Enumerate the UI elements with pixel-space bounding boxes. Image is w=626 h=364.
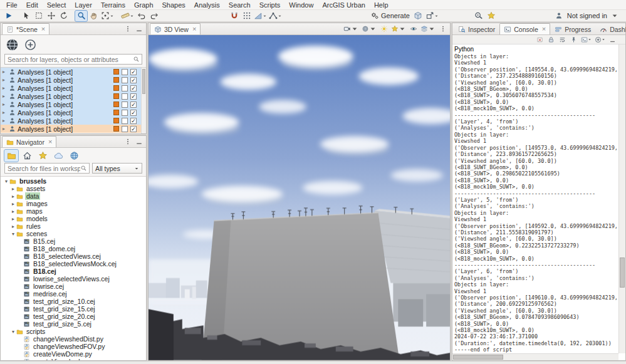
scrollbar-thumb[interactable] xyxy=(453,355,503,360)
layer-color-swatch[interactable] xyxy=(113,85,119,91)
pin-console-icon[interactable] xyxy=(569,36,578,44)
menu-graph[interactable]: Graph xyxy=(130,0,158,10)
add-layer-button[interactable] xyxy=(24,38,37,51)
tree-item-brussels[interactable]: ▾brussels xyxy=(1,177,146,185)
scene-list-scrollbar[interactable] xyxy=(141,68,146,133)
console-vertical-scrollbar[interactable] xyxy=(618,44,625,353)
3d-viewport[interactable] xyxy=(149,35,450,360)
align-terrain-icon[interactable] xyxy=(253,11,268,21)
tree-expand-arrow-icon[interactable]: ▸ xyxy=(10,201,16,207)
environment-sun-icon[interactable] xyxy=(379,24,389,33)
tree-expand-arrow-icon[interactable]: ▾ xyxy=(10,329,16,335)
generate-button[interactable]: Generate xyxy=(370,11,412,21)
close-tab-icon[interactable]: × xyxy=(48,138,52,145)
scrollbar-thumb[interactable] xyxy=(620,257,625,288)
tree-expand-arrow-icon[interactable]: ▾ xyxy=(3,179,9,184)
tab-navigator[interactable]: Navigator × xyxy=(2,136,56,147)
layer-visible-checkbox[interactable]: ✓ xyxy=(130,69,137,75)
layer-checkbox[interactable] xyxy=(122,85,128,91)
expand-arrow-icon[interactable]: ▸ xyxy=(3,100,9,108)
tree-item-test-grid-size-10-cej[interactable]: test_grid_size_10.cej xyxy=(1,298,146,305)
tree-expand-arrow-icon[interactable]: ▸ xyxy=(10,216,16,222)
menu-help[interactable]: Help xyxy=(370,0,393,10)
layer-checkbox[interactable] xyxy=(122,118,128,124)
measure-distance-icon[interactable] xyxy=(473,11,485,21)
scene-layer-row[interactable]: ▸Analyses [1 object]✓ xyxy=(1,92,146,100)
expand-arrow-icon[interactable]: ▸ xyxy=(3,125,9,133)
select-arrow-icon[interactable] xyxy=(20,11,32,21)
shading-icon[interactable] xyxy=(361,24,377,33)
tree-item-models[interactable]: ▸models xyxy=(1,215,146,222)
scene-layer-row[interactable]: ▸Analyses [1 object]✓ xyxy=(1,125,146,133)
tree-item-scripts[interactable]: ▾scripts xyxy=(1,328,146,335)
signin-dropdown[interactable]: Not signed in xyxy=(553,11,621,21)
grid-snap-icon[interactable] xyxy=(241,11,253,21)
tree-item-rules[interactable]: ▸rules xyxy=(1,222,146,230)
scene-options-button[interactable] xyxy=(6,38,19,51)
tab-inspector[interactable]: Inspector xyxy=(454,23,499,34)
layer-checkbox[interactable] xyxy=(122,69,128,75)
menu-select[interactable]: Select xyxy=(43,0,71,10)
tree-expand-arrow-icon[interactable]: ▸ xyxy=(10,224,16,229)
layer-visible-checkbox[interactable]: ✓ xyxy=(130,77,137,83)
frame-view-icon[interactable] xyxy=(100,11,115,21)
layer-checkbox[interactable] xyxy=(122,77,128,83)
display-console-icon[interactable] xyxy=(580,36,592,44)
edges-icon[interactable] xyxy=(268,11,283,21)
open-console-icon[interactable] xyxy=(594,36,606,44)
layer-color-swatch[interactable] xyxy=(113,93,119,99)
tree-item-test-grid-size-20-cej[interactable]: test_grid_size_20.cej xyxy=(1,313,146,320)
menu-file[interactable]: File xyxy=(2,0,22,10)
rotate-tool-icon[interactable] xyxy=(58,11,70,21)
snap-icon[interactable] xyxy=(228,11,240,21)
layer-visible-checkbox[interactable]: ✓ xyxy=(130,101,137,108)
layer-color-swatch[interactable] xyxy=(113,69,119,75)
isolate-eye-icon[interactable] xyxy=(409,24,418,33)
menu-window[interactable]: Window xyxy=(284,0,318,10)
scene-layer-row[interactable]: ▸Analyses [1 object]✓ xyxy=(1,68,146,76)
bookmark-icon[interactable] xyxy=(486,11,498,21)
clear-console-icon[interactable] xyxy=(535,36,545,44)
console-horizontal-scrollbar[interactable] xyxy=(452,353,618,360)
layer-visible-checkbox[interactable]: ✓ xyxy=(130,126,137,132)
scroll-lock-icon[interactable] xyxy=(546,36,556,44)
tree-item-medrise-cej[interactable]: medrise.cej xyxy=(1,290,146,298)
expand-arrow-icon[interactable]: ▸ xyxy=(3,108,9,117)
layer-visible-checkbox[interactable]: ✓ xyxy=(130,118,137,124)
scene-layer-row[interactable]: ▸Analyses [1 object]✓ xyxy=(1,76,146,84)
menu-arcgis-urban[interactable]: ArcGIS Urban xyxy=(318,0,369,10)
tab-progress[interactable]: Progress xyxy=(550,23,595,34)
favorites-star-icon[interactable] xyxy=(36,150,50,162)
cloud-icon[interactable] xyxy=(51,150,65,162)
model-icon[interactable] xyxy=(412,11,424,21)
expand-arrow-icon[interactable]: ▸ xyxy=(3,92,9,100)
tree-item-lowrise-selectedviews-cej[interactable]: lowrise_selectedViews.cej xyxy=(1,275,146,283)
menu-analysis[interactable]: Analysis xyxy=(190,0,224,10)
tree-item-images[interactable]: ▸images xyxy=(1,200,146,207)
layer-checkbox[interactable] xyxy=(122,110,128,116)
tab-console[interactable]: Console× xyxy=(499,23,550,34)
scene-search-input[interactable] xyxy=(8,56,133,63)
close-tab-icon[interactable]: × xyxy=(542,26,546,33)
expand-arrow-icon[interactable]: ▸ xyxy=(3,117,9,125)
tree-item-scenes[interactable]: ▾scenes xyxy=(1,230,146,237)
layer-color-swatch[interactable] xyxy=(113,77,119,83)
tree-expand-arrow-icon[interactable]: ▸ xyxy=(10,194,16,199)
tree-item-createviewshed-py[interactable]: createViewshed.py xyxy=(1,358,146,360)
layer-checkbox[interactable] xyxy=(122,126,128,132)
layer-color-swatch[interactable] xyxy=(113,110,119,115)
layer-color-swatch[interactable] xyxy=(113,126,119,132)
scene-layer-row[interactable]: ▸Analyses [1 object]✓ xyxy=(1,84,146,92)
tree-item-createviewdome-py[interactable]: createViewDome.py xyxy=(1,350,146,358)
bookmarks-icon[interactable] xyxy=(390,24,407,33)
console-body[interactable]: Python Objects in layer:Viewshed 1('Obse… xyxy=(452,44,625,360)
menu-shapes[interactable]: Shapes xyxy=(158,0,190,10)
layer-checkbox[interactable] xyxy=(122,101,128,108)
run-icon[interactable] xyxy=(3,11,14,21)
tab-3d-view[interactable]: 3D View × xyxy=(150,23,201,34)
measure-tool-icon[interactable] xyxy=(120,11,135,21)
menu-layer[interactable]: Layer xyxy=(70,0,97,10)
layer-visible-checkbox[interactable]: ✓ xyxy=(130,93,137,100)
expand-arrow-icon[interactable]: ▸ xyxy=(3,68,9,76)
camera-view-icon[interactable] xyxy=(343,24,359,33)
